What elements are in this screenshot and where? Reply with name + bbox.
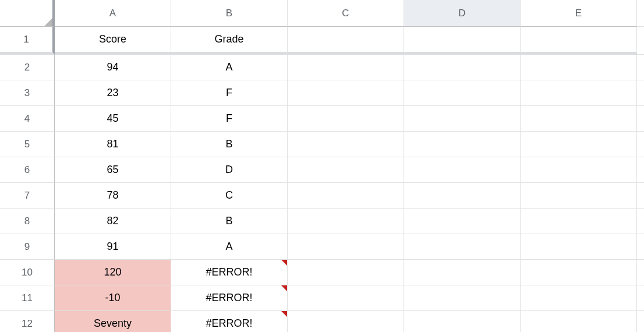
row-header-12[interactable]: 12 bbox=[0, 311, 55, 332]
cell-b8[interactable]: B bbox=[171, 209, 288, 234]
row-header-11[interactable]: 11 bbox=[0, 285, 55, 311]
cell-c1[interactable] bbox=[288, 27, 404, 55]
column-header-d[interactable]: D bbox=[404, 0, 521, 27]
cell-c3[interactable] bbox=[288, 80, 404, 106]
cell-d6[interactable] bbox=[404, 157, 521, 183]
cell-e2[interactable] bbox=[521, 55, 637, 80]
cell-c11[interactable] bbox=[288, 285, 404, 311]
cell-stub-12 bbox=[637, 311, 644, 332]
cell-c10[interactable] bbox=[288, 260, 404, 285]
row-header-9[interactable]: 9 bbox=[0, 234, 55, 260]
cell-c9[interactable] bbox=[288, 234, 404, 260]
cell-d12[interactable] bbox=[404, 311, 521, 332]
cell-a8[interactable]: 82 bbox=[55, 209, 171, 234]
cell-c12[interactable] bbox=[288, 311, 404, 332]
cell-e4[interactable] bbox=[521, 106, 637, 132]
cell-stub-9 bbox=[637, 234, 644, 260]
cell-d11[interactable] bbox=[404, 285, 521, 311]
cell-d5[interactable] bbox=[404, 132, 521, 157]
cell-stub-3 bbox=[637, 80, 644, 106]
cell-b9[interactable]: A bbox=[171, 234, 288, 260]
cell-d7[interactable] bbox=[404, 183, 521, 209]
cell-a6[interactable]: 65 bbox=[55, 157, 171, 183]
cell-a3[interactable]: 23 bbox=[55, 80, 171, 106]
row-header-3[interactable]: 3 bbox=[0, 80, 55, 106]
cell-c6[interactable] bbox=[288, 157, 404, 183]
cell-b6[interactable]: D bbox=[171, 157, 288, 183]
cell-a11[interactable]: -10 bbox=[55, 285, 171, 311]
cell-e8[interactable] bbox=[521, 209, 637, 234]
cell-d4[interactable] bbox=[404, 106, 521, 132]
cell-a12[interactable]: Seventy bbox=[55, 311, 171, 332]
cell-a1[interactable]: Score bbox=[55, 27, 171, 55]
column-header-e[interactable]: E bbox=[521, 0, 637, 27]
select-all-corner[interactable] bbox=[0, 0, 55, 27]
row-header-1[interactable]: 1 bbox=[0, 27, 55, 55]
cell-b2[interactable]: A bbox=[171, 55, 288, 80]
cell-d2[interactable] bbox=[404, 55, 521, 80]
cell-stub-5 bbox=[637, 132, 644, 157]
cell-stub-7 bbox=[637, 183, 644, 209]
cell-b11[interactable]: #ERROR! bbox=[171, 285, 288, 311]
cell-e5[interactable] bbox=[521, 132, 637, 157]
cell-e11[interactable] bbox=[521, 285, 637, 311]
cell-d1[interactable] bbox=[404, 27, 521, 55]
row-header-7[interactable]: 7 bbox=[0, 183, 55, 209]
cell-b7[interactable]: C bbox=[171, 183, 288, 209]
cell-c7[interactable] bbox=[288, 183, 404, 209]
column-header-stub bbox=[637, 0, 644, 27]
cell-b5[interactable]: B bbox=[171, 132, 288, 157]
cell-e6[interactable] bbox=[521, 157, 637, 183]
cell-b4[interactable]: F bbox=[171, 106, 288, 132]
column-header-b[interactable]: B bbox=[171, 0, 288, 27]
cell-d8[interactable] bbox=[404, 209, 521, 234]
cell-e7[interactable] bbox=[521, 183, 637, 209]
row-header-2[interactable]: 2 bbox=[0, 55, 55, 80]
cell-a2[interactable]: 94 bbox=[55, 55, 171, 80]
cell-d10[interactable] bbox=[404, 260, 521, 285]
row-header-10[interactable]: 10 bbox=[0, 260, 55, 285]
column-header-c[interactable]: C bbox=[288, 0, 404, 27]
cell-e9[interactable] bbox=[521, 234, 637, 260]
cell-e12[interactable] bbox=[521, 311, 637, 332]
cell-stub-6 bbox=[637, 157, 644, 183]
cell-b3[interactable]: F bbox=[171, 80, 288, 106]
cell-b10[interactable]: #ERROR! bbox=[171, 260, 288, 285]
cell-stub-2 bbox=[637, 55, 644, 80]
row-header-8[interactable]: 8 bbox=[0, 209, 55, 234]
cell-c5[interactable] bbox=[288, 132, 404, 157]
cell-d9[interactable] bbox=[404, 234, 521, 260]
row-header-5[interactable]: 5 bbox=[0, 132, 55, 157]
cell-b12[interactable]: #ERROR! bbox=[171, 311, 288, 332]
row-header-6[interactable]: 6 bbox=[0, 157, 55, 183]
cell-e3[interactable] bbox=[521, 80, 637, 106]
cell-a10[interactable]: 120 bbox=[55, 260, 171, 285]
cell-a5[interactable]: 81 bbox=[55, 132, 171, 157]
cell-stub-1 bbox=[637, 27, 644, 55]
cell-e1[interactable] bbox=[521, 27, 637, 55]
cell-a7[interactable]: 78 bbox=[55, 183, 171, 209]
cell-c4[interactable] bbox=[288, 106, 404, 132]
cell-stub-10 bbox=[637, 260, 644, 285]
cell-stub-4 bbox=[637, 106, 644, 132]
cell-b1[interactable]: Grade bbox=[171, 27, 288, 55]
row-header-4[interactable]: 4 bbox=[0, 106, 55, 132]
cell-d3[interactable] bbox=[404, 80, 521, 106]
column-header-a[interactable]: A bbox=[55, 0, 171, 27]
cell-stub-8 bbox=[637, 209, 644, 234]
cell-c8[interactable] bbox=[288, 209, 404, 234]
cell-c2[interactable] bbox=[288, 55, 404, 80]
cell-a4[interactable]: 45 bbox=[55, 106, 171, 132]
cell-a9[interactable]: 91 bbox=[55, 234, 171, 260]
cell-e10[interactable] bbox=[521, 260, 637, 285]
spreadsheet-grid[interactable]: ABCDE1ScoreGrade294A323F445F581B665D778C… bbox=[0, 0, 644, 332]
cell-stub-11 bbox=[637, 285, 644, 311]
